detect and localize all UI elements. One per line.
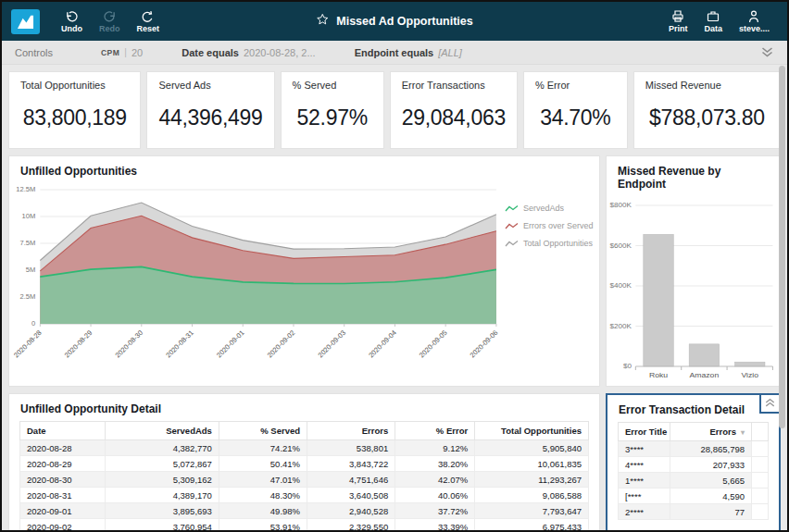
column-header-errors[interactable]: Errors▾ (670, 423, 752, 441)
user-label: steve.... (739, 24, 770, 33)
bar-vizio[interactable] (735, 362, 765, 366)
svg-text:2020-08-31: 2020-08-31 (164, 328, 195, 359)
kpi-card--served[interactable]: % Served52.97% (281, 71, 384, 149)
legend-item-total-opportunities[interactable]: Total Opportunities (505, 239, 599, 248)
data-button[interactable]: Data (704, 9, 722, 33)
kpi-card--error[interactable]: % Error34.70% (523, 71, 628, 149)
area-chart-body: 02.5M5M7.5M10M12.5M2020-08-282020-08-292… (9, 179, 599, 376)
table-cell: [**** (619, 489, 670, 504)
kpi-card-served-ads[interactable]: Served Ads44,396,499 (146, 71, 274, 149)
kpi-card-total-opportunities[interactable]: Total Opportunities83,800,189 (8, 71, 141, 149)
svg-text:$200K: $200K (610, 322, 632, 330)
column-header-errors[interactable]: Errors (307, 422, 395, 440)
bar-roku[interactable] (644, 234, 673, 366)
column-header-servedads[interactable]: ServedAds (106, 422, 219, 440)
svg-text:2020-08-30: 2020-08-30 (114, 328, 145, 359)
user-menu-button[interactable]: steve.... (739, 9, 770, 33)
table-cell: 2020-08-30 (20, 472, 106, 488)
table-cell: 5,072,867 (106, 456, 219, 472)
table-cell: 5,665 (670, 473, 752, 489)
collapse-controls-chevron-icon[interactable] (760, 46, 774, 58)
date-filter-control[interactable]: Date equals 2020-08-28, 2... (182, 47, 315, 58)
kpi-card-error-transactions[interactable]: Error Transactions29,084,063 (390, 71, 518, 149)
table-cell: 48.30% (219, 488, 307, 503)
table-row[interactable]: 2020-08-305,309,16247.01%4,751,64642.07%… (20, 472, 589, 488)
error-transaction-detail-panel[interactable]: Error Transaction Detail Error TitleErro… (606, 393, 781, 532)
table-cell: 5,309,162 (106, 472, 219, 488)
reset-button[interactable]: Reset (137, 10, 160, 33)
legend-item-errors-over-served[interactable]: Errors over Served (505, 221, 599, 230)
table-cell: 7,793,647 (475, 503, 589, 519)
kpi-label: % Error (535, 80, 616, 91)
panel-collapse-button[interactable] (759, 395, 779, 414)
table-cell: 3**** (619, 441, 670, 457)
kpi-value: 83,800,189 (20, 91, 129, 142)
svg-text:2020-08-28: 2020-08-28 (12, 328, 44, 359)
undo-icon (65, 10, 79, 23)
table-row[interactable]: 3****28,865,798 (619, 441, 769, 457)
table-cell: 207,933 (670, 457, 752, 473)
redo-label: Redo (99, 24, 120, 33)
print-icon (670, 9, 685, 23)
quicksight-logo-icon[interactable] (11, 9, 40, 34)
filler-column-header (752, 423, 769, 441)
table-cell: 10,061,835 (475, 456, 589, 472)
endpoint-filter-control[interactable]: Endpoint equals [ALL] (355, 47, 462, 58)
panel-title: Missed Revenue by Endpoint (607, 156, 780, 192)
table-row[interactable]: 2020-09-013,895,69349.98%2,940,52837.72%… (20, 503, 589, 519)
table-row[interactable]: 2020-08-284,382,77074.21%538,8019.12%5,9… (20, 440, 589, 456)
unfilled-opportunities-area-chart[interactable]: 02.5M5M7.5M10M12.5M2020-08-282020-08-292… (9, 179, 505, 376)
table-row[interactable]: 1****5,665 (619, 473, 769, 489)
chevron-up-icon (764, 395, 776, 412)
missed-revenue-panel[interactable]: Missed Revenue by Endpoint $0$200K$400K$… (606, 155, 781, 387)
table-cell: 2**** (619, 504, 670, 520)
svg-text:2020-09-01: 2020-09-01 (215, 328, 246, 359)
undo-button[interactable]: Undo (61, 10, 82, 33)
table-row[interactable]: [****4,590 (619, 489, 769, 504)
table-cell: 28,865,798 (670, 441, 752, 457)
table-row[interactable]: 4****207,933 (619, 457, 769, 473)
unfilled-opportunity-detail-panel[interactable]: Unfilled Opportunity Detail DateServedAd… (8, 393, 600, 532)
redo-button[interactable]: Redo (99, 10, 120, 33)
column-header-error-title[interactable]: Error Title (619, 423, 670, 441)
kpi-card-missed-revenue[interactable]: Missed Revenue$788,073.80 (633, 71, 781, 149)
column-header-total-opportunities[interactable]: Total Opportunities (475, 422, 589, 440)
missed-revenue-bar-chart[interactable]: $0$200K$400K$600K$800KRokuAmazonVizio (607, 192, 780, 387)
table-row[interactable]: 2020-09-023,760,95453.91%2,329,55033.39%… (20, 519, 589, 532)
charts-row: Unfilled Opportunities 02.5M5M7.5M10M12.… (8, 155, 781, 387)
cpm-control[interactable]: CPM | 20 (101, 47, 143, 58)
error-transaction-detail-table: Error TitleErrors▾3****28,865,7984****20… (618, 422, 769, 520)
error-detail-table-container: Error TitleErrors▾3****28,865,7984****20… (607, 422, 779, 520)
print-button[interactable]: Print (669, 9, 688, 33)
table-cell: 2,940,528 (307, 503, 395, 519)
sort-icon[interactable]: ▾ (741, 428, 745, 437)
svg-text:Amazon: Amazon (690, 370, 720, 379)
table-row[interactable]: 2020-08-295,072,86750.41%3,843,72238.20%… (20, 456, 589, 472)
legend-label: ServedAds (523, 204, 564, 213)
chart-legend: ServedAds Errors over Served Total Oppor… (505, 179, 599, 376)
data-label: Data (704, 24, 722, 33)
column-header--error[interactable]: % Error (395, 422, 475, 440)
bar-amazon[interactable] (689, 344, 719, 366)
table-cell: 538,801 (307, 440, 395, 456)
table-cell: 1**** (619, 473, 670, 489)
table-cell: 77 (670, 504, 752, 520)
endpoint-filter-label: Endpoint equals (355, 47, 434, 58)
column-header-date[interactable]: Date (20, 422, 106, 440)
table-header-row: Error TitleErrors▾ (619, 423, 769, 441)
table-row[interactable]: 2****77 (619, 504, 769, 520)
column-header--served[interactable]: % Served (219, 422, 307, 440)
unfilled-opportunities-panel[interactable]: Unfilled Opportunities 02.5M5M7.5M10M12.… (8, 155, 600, 387)
table-row[interactable]: 2020-08-314,389,17048.30%3,640,50840.06%… (20, 488, 589, 503)
star-icon[interactable] (316, 13, 329, 30)
table-cell: 4**** (619, 457, 670, 473)
legend-line-icon (505, 240, 519, 248)
table-cell: 2020-08-28 (20, 440, 106, 456)
page-scrollbar-track[interactable] (779, 66, 785, 528)
legend-item-servedads[interactable]: ServedAds (505, 204, 599, 213)
table-cell: 4,751,646 (307, 472, 395, 488)
svg-text:$400K: $400K (610, 282, 632, 291)
date-filter-value: 2020-08-28, 2... (244, 47, 316, 58)
page-scrollbar-thumb[interactable] (779, 66, 785, 428)
table-cell: 3,843,722 (307, 456, 395, 472)
